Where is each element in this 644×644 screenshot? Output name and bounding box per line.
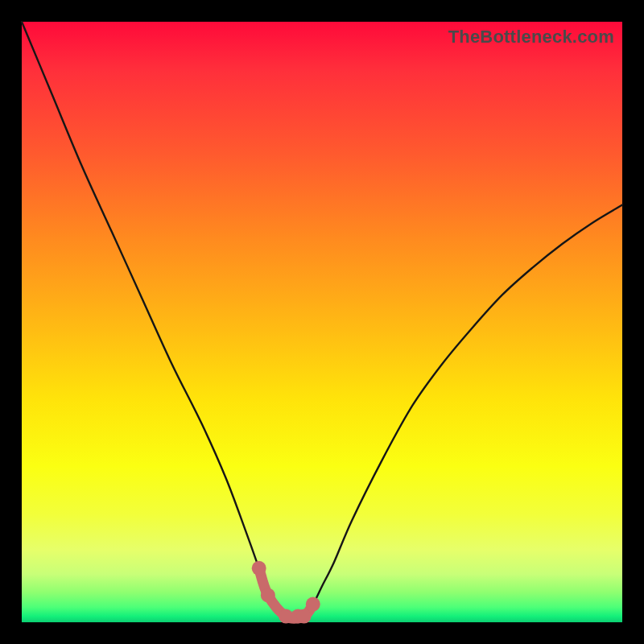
chart-frame: TheBottleneck.com <box>0 0 644 644</box>
valley-marker <box>252 561 266 576</box>
valley-marker <box>297 609 312 624</box>
bottleneck-curve-path <box>22 22 622 618</box>
valley-highlight-markers <box>252 561 320 624</box>
valley-marker <box>261 588 275 602</box>
chart-plot-area: TheBottleneck.com <box>22 22 622 622</box>
chart-svg <box>22 22 622 622</box>
valley-marker <box>306 597 320 612</box>
